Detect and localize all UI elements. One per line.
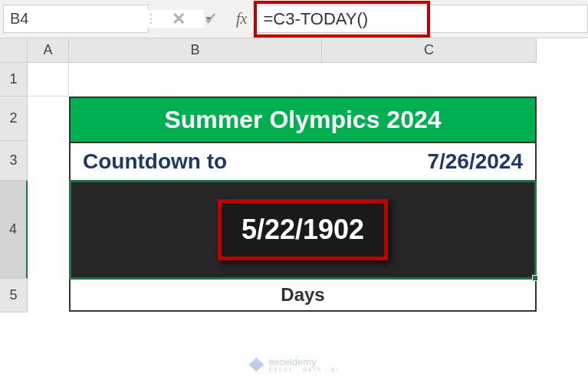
watermark-name: exceldemy	[268, 357, 339, 367]
formula-input[interactable]: =C3-TODAY()	[263, 9, 368, 29]
watermark-icon	[248, 358, 264, 371]
row-headers: 1 2 3 4 5	[0, 63, 28, 312]
result-cell[interactable]: 5/22/1902	[69, 182, 537, 280]
col-header-a[interactable]: A	[28, 38, 69, 63]
result-value: 5/22/1902	[218, 199, 388, 260]
name-box-container[interactable]: ▼	[3, 5, 149, 33]
select-all-corner[interactable]	[0, 38, 28, 63]
formula-bar-buttons: ✕ ✓	[153, 5, 236, 33]
row-header-4[interactable]: 4	[0, 181, 28, 279]
days-label-cell[interactable]: Days	[69, 280, 537, 312]
enter-icon: ✓	[204, 9, 218, 29]
formula-input-container[interactable]: =C3-TODAY()	[256, 5, 588, 33]
row-header-1[interactable]: 1	[0, 63, 28, 96]
row-header-5[interactable]: 5	[0, 279, 28, 312]
sheet-area: A B C 1 2 3 4 5 Summer Olympics 2024 Cou…	[0, 38, 588, 386]
col-header-b[interactable]: B	[69, 38, 322, 63]
content-table: Summer Olympics 2024 Countdown to 7/26/2…	[69, 96, 537, 312]
title-cell[interactable]: Summer Olympics 2024	[69, 96, 537, 143]
col-header-c[interactable]: C	[322, 38, 537, 63]
countdown-row: Countdown to 7/26/2024	[69, 143, 537, 182]
countdown-label-cell[interactable]: Countdown to	[71, 143, 324, 180]
watermark: exceldemy EXCEL · DATA · BI	[248, 357, 339, 372]
countdown-date-cell[interactable]: 7/26/2024	[324, 143, 535, 180]
cell-a1[interactable]	[28, 63, 69, 96]
cancel-icon: ✕	[172, 9, 186, 29]
formula-bar: ▼ ⋮ ✕ ✓ fx =C3-TODAY()	[0, 0, 588, 38]
watermark-sub: EXCEL · DATA · BI	[268, 367, 339, 372]
row-header-3[interactable]: 3	[0, 141, 28, 181]
column-headers: A B C	[28, 38, 537, 63]
row-header-2[interactable]: 2	[0, 96, 28, 141]
fx-label[interactable]: fx	[236, 5, 256, 33]
